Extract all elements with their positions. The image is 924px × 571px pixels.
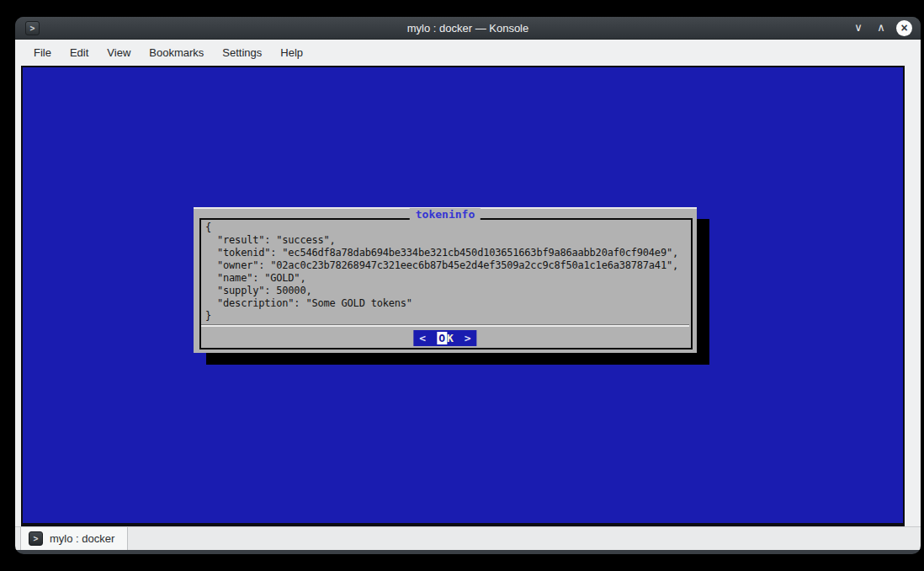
tab-bar: > mylo : docker (15, 526, 921, 550)
ok-label-rest: K (447, 332, 454, 344)
ok-key-letter: O (437, 332, 447, 344)
window-controls: ∨ ∧ × (851, 20, 912, 36)
menu-bookmarks[interactable]: Bookmarks (140, 46, 213, 59)
json-line: } (205, 310, 688, 323)
json-line-supply: "supply": 50000, (205, 285, 688, 297)
title-bar[interactable]: > mylo : docker — Konsole ∨ ∧ × (15, 17, 921, 40)
minimize-button[interactable]: ∨ (851, 20, 866, 35)
maximize-button[interactable]: ∧ (874, 20, 889, 35)
json-line-description: "description": "Some GOLD tokens" (205, 297, 688, 310)
menu-bar: File Edit View Bookmarks Settings Help (15, 40, 921, 66)
dialog-button-separator (201, 324, 689, 327)
ok-right-bracket: > (465, 332, 471, 344)
dialog-title: tokeninfo (410, 208, 481, 221)
tab-label: mylo : docker (50, 532, 114, 545)
menu-view[interactable]: View (98, 46, 140, 59)
json-line-name: "name": "GOLD", (205, 272, 688, 285)
terminal-container: tokeninfo { "result": "success", "tokeni… (15, 66, 921, 526)
ok-left-bracket: < (419, 332, 426, 344)
menu-edit[interactable]: Edit (61, 46, 98, 59)
konsole-window: > mylo : docker — Konsole ∨ ∧ × File Edi… (15, 17, 921, 554)
tab-mylo-docker[interactable]: > mylo : docker (20, 527, 128, 550)
json-line-tokenid: "tokenid": "ec546df8a78dab694be334be321c… (205, 247, 688, 259)
menu-file[interactable]: File (24, 46, 61, 59)
json-line: { (205, 221, 688, 234)
konsole-window-icon: > (25, 21, 40, 35)
menu-settings[interactable]: Settings (213, 46, 271, 59)
terminal-scrollbar[interactable] (905, 66, 921, 526)
terminal-screen[interactable]: tokeninfo { "result": "success", "tokeni… (21, 66, 905, 526)
konsole-tab-icon: > (29, 531, 43, 546)
ok-button[interactable]: < O K > (413, 330, 476, 346)
close-button[interactable]: × (896, 20, 912, 36)
menu-help[interactable]: Help (271, 46, 312, 59)
json-line-owner: "owner": "02ac0c23b78268947c321eec6b87b4… (205, 259, 688, 272)
json-line-result: "result": "success", (205, 234, 688, 247)
window-title: mylo : docker — Konsole (15, 22, 921, 35)
dialog-json-output: { "result": "success", "tokenid": "ec546… (205, 221, 688, 323)
tokeninfo-dialog: tokeninfo { "result": "success", "tokeni… (194, 207, 697, 353)
